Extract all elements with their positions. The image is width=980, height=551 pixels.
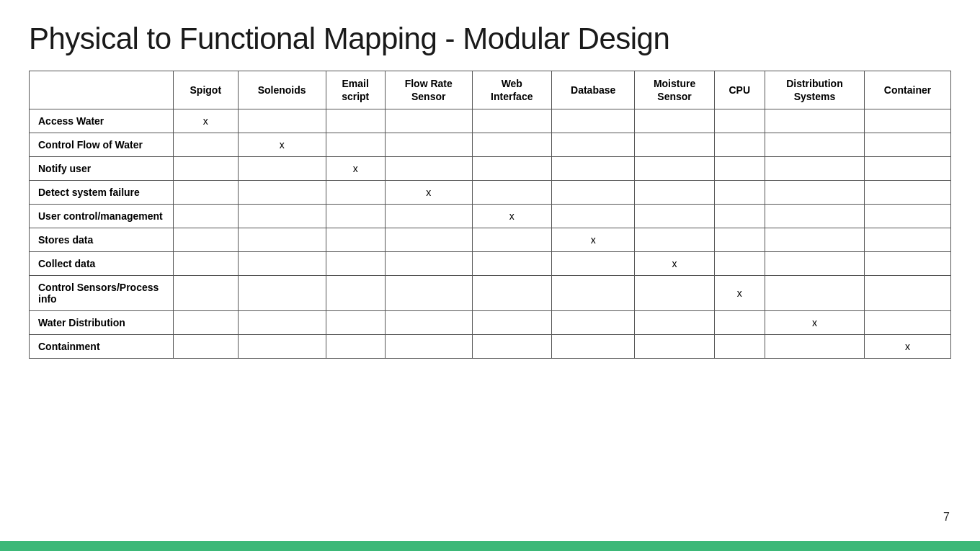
row-function-label: Water Distribution xyxy=(30,311,174,335)
row-cell-container xyxy=(865,157,951,181)
row-cell-database xyxy=(551,181,635,205)
row-cell-database xyxy=(551,252,635,276)
col-header-database: Database xyxy=(551,71,635,109)
row-cell-web_interface xyxy=(472,252,551,276)
row-cell-spigot xyxy=(174,133,239,157)
row-cell-distribution_systems xyxy=(765,157,864,181)
row-cell-web_interface xyxy=(472,276,551,311)
row-cell-cpu xyxy=(714,205,765,228)
row-cell-flow_rate_sensor xyxy=(385,133,472,157)
row-cell-distribution_systems xyxy=(765,109,864,133)
row-cell-web_interface xyxy=(472,181,551,205)
row-cell-solenoids xyxy=(238,109,326,133)
row-cell-moisture_sensor xyxy=(635,133,714,157)
row-cell-container xyxy=(865,311,951,335)
row-cell-container xyxy=(865,228,951,252)
row-cell-cpu xyxy=(714,335,765,359)
row-cell-cpu xyxy=(714,311,765,335)
row-cell-solenoids xyxy=(238,252,326,276)
row-cell-distribution_systems: x xyxy=(765,311,864,335)
table-body: Access WaterxControl Flow of WaterxNotif… xyxy=(30,109,951,359)
row-cell-solenoids xyxy=(238,157,326,181)
col-header-function xyxy=(30,71,174,109)
row-cell-email_script xyxy=(326,335,385,359)
col-header-container: Container xyxy=(865,71,951,109)
row-cell-flow_rate_sensor xyxy=(385,311,472,335)
row-cell-moisture_sensor xyxy=(635,205,714,228)
row-cell-web_interface xyxy=(472,311,551,335)
row-cell-email_script xyxy=(326,205,385,228)
row-cell-spigot xyxy=(174,181,239,205)
table-row: User control/managementx xyxy=(30,205,951,228)
row-cell-moisture_sensor xyxy=(635,157,714,181)
row-cell-spigot: x xyxy=(174,109,239,133)
row-cell-web_interface xyxy=(472,133,551,157)
row-cell-spigot xyxy=(174,157,239,181)
row-cell-web_interface xyxy=(472,335,551,359)
row-cell-database: x xyxy=(551,228,635,252)
row-function-label: Collect data xyxy=(30,252,174,276)
table-row: Access Waterx xyxy=(30,109,951,133)
row-cell-cpu: x xyxy=(714,276,765,311)
page-container: Physical to Functional Mapping - Modular… xyxy=(0,0,980,551)
row-cell-solenoids: x xyxy=(238,133,326,157)
row-function-label: Stores data xyxy=(30,228,174,252)
mapping-table: Spigot Solenoids Emailscript Flow RateSe… xyxy=(29,71,951,359)
page-title: Physical to Functional Mapping - Modular… xyxy=(29,22,951,56)
row-cell-database xyxy=(551,157,635,181)
row-cell-distribution_systems xyxy=(765,335,864,359)
row-cell-email_script xyxy=(326,311,385,335)
row-cell-flow_rate_sensor xyxy=(385,157,472,181)
row-cell-moisture_sensor xyxy=(635,109,714,133)
row-cell-flow_rate_sensor: x xyxy=(385,181,472,205)
row-cell-web_interface: x xyxy=(472,205,551,228)
row-cell-email_script xyxy=(326,276,385,311)
row-cell-container xyxy=(865,181,951,205)
table-row: Control Sensors/Process infox xyxy=(30,276,951,311)
row-cell-solenoids xyxy=(238,335,326,359)
row-cell-flow_rate_sensor xyxy=(385,205,472,228)
col-header-solenoids: Solenoids xyxy=(238,71,326,109)
row-cell-flow_rate_sensor xyxy=(385,228,472,252)
row-cell-moisture_sensor xyxy=(635,228,714,252)
row-cell-moisture_sensor xyxy=(635,276,714,311)
row-cell-web_interface xyxy=(472,157,551,181)
row-cell-distribution_systems xyxy=(765,252,864,276)
col-header-cpu: CPU xyxy=(714,71,765,109)
table-wrapper: Spigot Solenoids Emailscript Flow RateSe… xyxy=(29,71,951,359)
col-header-email-script: Emailscript xyxy=(326,71,385,109)
row-cell-solenoids xyxy=(238,181,326,205)
row-cell-web_interface xyxy=(472,228,551,252)
table-header-row: Spigot Solenoids Emailscript Flow RateSe… xyxy=(30,71,951,109)
table-row: Notify userx xyxy=(30,157,951,181)
row-cell-spigot xyxy=(174,276,239,311)
row-cell-container xyxy=(865,133,951,157)
row-cell-database xyxy=(551,335,635,359)
row-cell-container xyxy=(865,252,951,276)
col-header-spigot: Spigot xyxy=(174,71,239,109)
row-function-label: Access Water xyxy=(30,109,174,133)
row-cell-container: x xyxy=(865,335,951,359)
row-cell-distribution_systems xyxy=(765,133,864,157)
row-cell-container xyxy=(865,205,951,228)
row-function-label: User control/management xyxy=(30,205,174,228)
row-cell-distribution_systems xyxy=(765,276,864,311)
row-cell-moisture_sensor xyxy=(635,335,714,359)
bottom-bar xyxy=(0,541,980,551)
row-cell-flow_rate_sensor xyxy=(385,109,472,133)
row-cell-cpu xyxy=(714,133,765,157)
row-cell-cpu xyxy=(714,252,765,276)
row-cell-flow_rate_sensor xyxy=(385,335,472,359)
row-cell-solenoids xyxy=(238,228,326,252)
row-cell-solenoids xyxy=(238,311,326,335)
row-cell-flow_rate_sensor xyxy=(385,252,472,276)
row-cell-database xyxy=(551,133,635,157)
row-cell-container xyxy=(865,276,951,311)
row-cell-database xyxy=(551,205,635,228)
row-cell-spigot xyxy=(174,205,239,228)
table-row: Stores datax xyxy=(30,228,951,252)
row-cell-distribution_systems xyxy=(765,181,864,205)
row-cell-cpu xyxy=(714,181,765,205)
row-cell-cpu xyxy=(714,109,765,133)
row-cell-solenoids xyxy=(238,276,326,311)
